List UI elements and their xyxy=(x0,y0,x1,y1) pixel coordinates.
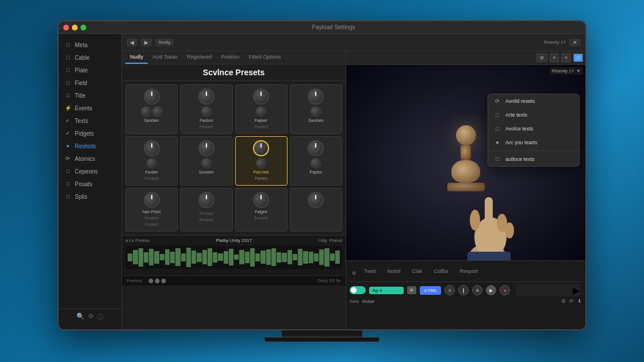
waveform-bar xyxy=(250,248,255,267)
refresh-icon[interactable]: ⟳ xyxy=(569,298,574,304)
toolbar-forward-button[interactable]: ▶ xyxy=(141,38,152,47)
sidebar-info-icon[interactable]: ⓘ xyxy=(97,313,103,321)
ctx-autloce-texts[interactable]: □ autloce texts xyxy=(488,152,579,166)
knob-sandam1[interactable] xyxy=(144,88,160,105)
settings-ctrl-icon[interactable]: ⚙ xyxy=(561,298,566,304)
waveform-canvas[interactable] xyxy=(125,246,342,269)
progress-bar[interactable]: ▶ xyxy=(516,284,580,296)
rpt-tile-btn[interactable]: □ xyxy=(573,53,583,62)
ctx-arte-texts[interactable]: □ Arte texts xyxy=(488,108,579,122)
sidebar-item-pidgets[interactable]: ✓ Pidgets xyxy=(59,127,121,140)
close-button[interactable] xyxy=(63,25,69,30)
rpt-list-btn[interactable]: ≡ xyxy=(550,53,559,62)
knob-falgert[interactable] xyxy=(253,192,269,208)
sidebar-item-reshots[interactable]: ● Reshots xyxy=(59,140,121,152)
knob-sandem[interactable] xyxy=(198,140,214,156)
preset-sub2-empty1: Fexbert xyxy=(200,218,213,222)
preset-cell-empty2[interactable] xyxy=(290,188,342,232)
tab-nudly[interactable]: Nudly xyxy=(125,51,148,64)
sidebar-settings-icon[interactable]: ⚙ xyxy=(88,313,94,321)
sidebar-item-posats[interactable]: □ Posats xyxy=(59,178,121,190)
ctrl-a-button[interactable]: A xyxy=(472,285,482,295)
toggle-switch[interactable] xyxy=(350,286,366,294)
knob-small-5[interactable] xyxy=(310,106,321,117)
preset-cell-sandam1[interactable]: Sandam xyxy=(125,84,178,134)
knob-nan-petot[interactable] xyxy=(144,192,160,208)
sidebar-item-atomics[interactable]: ⟳ Atomics xyxy=(59,152,121,165)
preset-cell-paptex[interactable]: Paptex xyxy=(290,136,342,186)
minimize-button[interactable] xyxy=(72,25,78,30)
knob-paptex[interactable] xyxy=(308,140,324,156)
sidebar-item-meta[interactable]: □ Meta xyxy=(59,38,121,51)
knob-small-4[interactable] xyxy=(256,106,266,117)
ctrl-hash-button[interactable]: # xyxy=(444,285,455,295)
ctx-label-avolce: Avolce texts xyxy=(505,126,533,132)
rpt-grid-btn[interactable]: ⊞ xyxy=(536,53,547,62)
tab-notiol[interactable]: Notiol xyxy=(383,267,405,276)
tab-clak[interactable]: Clak xyxy=(408,267,427,276)
status-center: Daily Dfl 9e xyxy=(317,278,341,283)
knob-faxber[interactable] xyxy=(144,140,160,156)
sidebar-search-icon[interactable]: 🔍 xyxy=(76,313,85,321)
preset-cell-sandam2[interactable]: Sandam xyxy=(290,84,342,134)
knob-faxbon[interactable] xyxy=(198,88,214,105)
fullscreen-button[interactable] xyxy=(80,25,86,30)
knob-sandam2[interactable] xyxy=(308,88,324,105)
sidebar-item-title[interactable]: □ Title xyxy=(59,89,121,102)
download-icon[interactable]: ⬇ xyxy=(577,298,582,304)
preset-cell-empty1[interactable]: Fexbert Fexbert xyxy=(180,188,232,232)
ctx-arc-you-tearts[interactable]: ● Arc you tearts xyxy=(488,136,579,149)
sidebar-item-field[interactable]: □ Field xyxy=(59,76,121,89)
events-icon: ⚡ xyxy=(64,105,71,111)
knob-small-1[interactable] xyxy=(141,106,151,117)
sidebar-item-events[interactable]: ⚡ Events xyxy=(59,102,121,114)
preset-sub-empty1: Fexbert xyxy=(200,211,213,216)
ctx-avolce-texts[interactable]: □ Avolce texts xyxy=(488,122,579,136)
tab-fitted-options[interactable]: Fitted Options xyxy=(244,51,285,64)
knob-small-6[interactable] xyxy=(147,158,157,168)
toolbar-close-button[interactable]: ✕ xyxy=(569,38,581,47)
preset-cell-nan-petot[interactable]: Nan Petot Fexbert Fexbert xyxy=(125,188,178,232)
tab-collbs[interactable]: Collbs xyxy=(430,267,453,276)
knob-empty1[interactable] xyxy=(198,192,214,208)
sidebar-item-splis[interactable]: □ Splis xyxy=(59,190,121,203)
preset-cell-faxber[interactable]: Faxber Fexbert xyxy=(125,136,178,186)
tab-resport[interactable]: Resport xyxy=(455,267,483,276)
toolbar-back-button[interactable]: ◀ xyxy=(126,38,137,47)
knob-empty2[interactable] xyxy=(308,192,324,208)
ctrl-flits-button[interactable]: d Flits xyxy=(420,286,441,295)
sidebar-item-plate[interactable]: □ Plate xyxy=(59,64,121,76)
knob-fapber[interactable] xyxy=(253,88,269,105)
preset-cell-fapber[interactable]: Fapber Fexbert xyxy=(235,84,288,134)
ctx-avnild-resets[interactable]: ⟳ Avnild resets xyxy=(488,94,579,108)
knob-small-8[interactable] xyxy=(256,158,266,168)
toolbar-control-button[interactable]: Nudly xyxy=(155,38,174,46)
waveform-area: a Lv Fresno Platby Unity 2317 I My: Flom… xyxy=(122,235,346,275)
knob-small-7[interactable] xyxy=(201,158,212,168)
preset-cell-ped-hoh[interactable]: Ped Hoh Pentex xyxy=(235,136,288,186)
sidebar-item-cepeons[interactable]: □ Cepeons xyxy=(59,165,121,178)
ctrl-input[interactable] xyxy=(369,287,404,294)
preset-name-nan-petot: Nan Petot xyxy=(143,210,160,214)
preset-cell-faxbon[interactable]: Faxbon Fexbert xyxy=(180,84,232,134)
knob-small-2[interactable] xyxy=(152,106,163,117)
ctrl-play-button[interactable]: ▶ xyxy=(486,285,496,295)
preset-cell-sandem[interactable]: Sandem xyxy=(180,136,232,186)
ctrl-x-button[interactable]: ✕ xyxy=(407,286,416,294)
sidebar-item-label: Posats xyxy=(75,181,93,187)
tab-twist[interactable]: Twist xyxy=(359,267,381,276)
sidebar-item-texts[interactable]: ✓ Texts xyxy=(59,114,121,127)
knob-small-9[interactable] xyxy=(310,158,321,168)
knob-small-3[interactable] xyxy=(201,106,212,117)
dropdown-chevron-icon[interactable]: ▼ xyxy=(576,68,581,74)
rpt-detail-btn[interactable]: ≡ xyxy=(561,53,571,62)
sidebar-item-cable[interactable]: □ Cable xyxy=(59,51,121,64)
tab-registered[interactable]: Registered xyxy=(182,51,217,64)
knob-ped-hoh[interactable] xyxy=(253,140,269,156)
tab-acid-tsean[interactable]: Acid Tsean xyxy=(148,51,182,64)
tab-position[interactable]: Position xyxy=(216,51,244,64)
preset-cell-falgert[interactable]: Falgert Fexbert xyxy=(235,188,288,232)
preview-object xyxy=(443,125,489,200)
ctrl-pause-button[interactable]: ‖ xyxy=(458,285,469,295)
ctrl-record-button[interactable]: ● xyxy=(500,285,510,295)
